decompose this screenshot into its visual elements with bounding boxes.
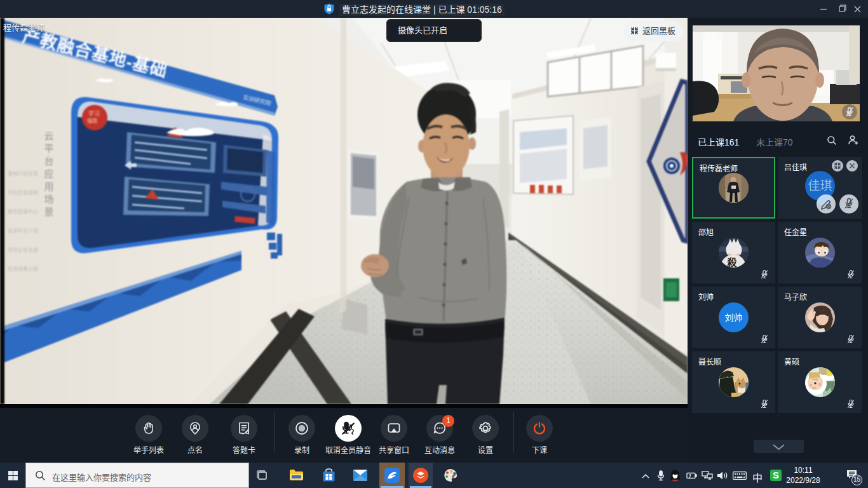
svg-text:强国: 强国 <box>87 118 97 124</box>
svg-text:佳琪: 佳琪 <box>808 179 832 193</box>
svg-text:平台应用说明: 平台应用说明 <box>8 189 38 196</box>
svg-text:云平台应用场景: 云平台应用场景 <box>43 131 54 220</box>
svg-text:实训平台介绍: 实训平台介绍 <box>8 227 38 234</box>
svg-text:应用场景示例: 应用场景示例 <box>8 266 38 272</box>
svg-text:学习: 学习 <box>88 110 100 117</box>
svg-text:殺: 殺 <box>726 257 737 268</box>
svg-text:基地介绍文案: 基地介绍文案 <box>8 170 38 177</box>
svg-text:教学资源中心: 教学资源中心 <box>8 208 38 215</box>
svg-text:刘帅: 刘帅 <box>725 313 743 323</box>
svg-text:合作企业名录: 合作企业名录 <box>8 247 38 253</box>
